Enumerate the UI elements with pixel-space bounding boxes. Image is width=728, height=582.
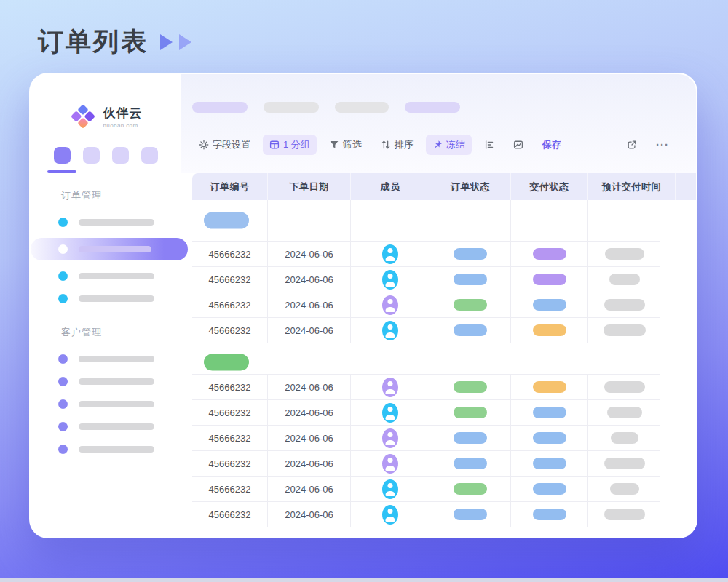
eta-placeholder-pill: [611, 432, 638, 444]
member-avatar: [382, 454, 398, 474]
logo-text: 伙伴云 huoban.com: [103, 105, 143, 129]
eta-cell: [588, 267, 660, 292]
table-row[interactable]: 456662322024-06-06: [192, 400, 660, 426]
sidebar-item[interactable]: [58, 265, 181, 287]
share-button[interactable]: [620, 136, 644, 154]
delivery-status-pill: [533, 432, 566, 444]
order-date-cell: 2024-06-06: [268, 375, 351, 399]
order-status-cell: [430, 292, 511, 317]
table-row[interactable]: 456662322024-06-06: [192, 502, 660, 527]
table-row[interactable]: 456662322024-06-06: [192, 318, 660, 343]
table-row[interactable]: 456662322024-06-06: [192, 426, 660, 451]
toolbar-button-label: 字段设置: [213, 138, 250, 151]
sidebar-tab-2[interactable]: [83, 147, 100, 164]
header-chip[interactable]: [264, 102, 319, 113]
table-row[interactable]: 456662322024-06-06: [192, 267, 660, 292]
member-cell: [351, 502, 430, 527]
column-header-2[interactable]: 下单日期: [268, 173, 351, 200]
sidebar-item[interactable]: [58, 348, 181, 370]
group-button[interactable]: 1 分组: [263, 135, 317, 155]
order-status-pill: [454, 381, 487, 393]
brand-domain: huoban.com: [103, 122, 143, 129]
freeze-button[interactable]: 冻结: [426, 135, 472, 155]
column-header-5[interactable]: 交付状态: [511, 173, 588, 200]
table-row[interactable]: 456662322024-06-06: [192, 375, 660, 400]
sidebar-item[interactable]: [58, 287, 181, 310]
sidebar-tab-3[interactable]: [112, 147, 129, 164]
header-chip[interactable]: [192, 102, 248, 113]
column-header-4[interactable]: 订单状态: [430, 173, 511, 200]
delivery-status-pill: [533, 324, 566, 336]
filter-button[interactable]: 筛选: [323, 135, 368, 155]
chart-button[interactable]: [507, 136, 530, 154]
table-row[interactable]: 456662322024-06-06: [192, 477, 660, 502]
delivery-status-cell: [511, 502, 588, 527]
delivery-status-cell: [511, 318, 588, 343]
delivery-status-cell: [511, 477, 588, 501]
order-date-cell: 2024-06-06: [268, 502, 351, 527]
order-no-cell: 45666232: [192, 502, 268, 527]
column-header-3[interactable]: 成员: [351, 173, 430, 200]
member-cell: [351, 477, 430, 501]
order-status-pill: [454, 483, 487, 495]
grid-icon: [269, 140, 280, 150]
sidebar-item[interactable]: [58, 370, 181, 393]
eta-cell: [588, 242, 660, 266]
eta-placeholder-pill: [604, 381, 645, 393]
table-row[interactable]: 456662322024-06-06: [192, 451, 660, 477]
order-no-cell: 45666232: [192, 267, 268, 292]
sidebar-item[interactable]: [58, 438, 181, 461]
group-grid-cell: [268, 200, 351, 241]
member-avatar: [382, 403, 398, 423]
order-date-cell: 2024-06-06: [268, 292, 351, 317]
order-no-cell: 45666232: [192, 375, 268, 399]
delivery-status-cell: [511, 426, 588, 450]
sidebar-item[interactable]: [58, 211, 181, 234]
field-settings-button[interactable]: 字段设置: [192, 135, 257, 155]
member-cell: [351, 375, 430, 399]
sidebar-item-label-placeholder: [79, 401, 154, 407]
save-button[interactable]: 保存: [536, 135, 568, 155]
sort-button[interactable]: 排序: [374, 135, 420, 155]
sidebar-section-1: 订单管理: [31, 189, 181, 310]
sidebar-item-dot: [58, 422, 68, 431]
table-group-1: 456662322024-06-06456662322024-06-064566…: [192, 200, 660, 343]
chart-icon: [513, 140, 523, 150]
group-header-row: [192, 351, 660, 375]
order-no-cell: 45666232: [192, 451, 268, 476]
order-status-pill: [454, 299, 487, 311]
gear-icon: [199, 140, 209, 150]
table-row[interactable]: 456662322024-06-06: [192, 292, 660, 318]
header-chip[interactable]: [405, 102, 460, 113]
sidebar-item[interactable]: [58, 415, 181, 438]
member-avatar: [382, 479, 398, 499]
sidebar-item[interactable]: [58, 238, 181, 260]
header-chip[interactable]: [335, 102, 389, 113]
eta-placeholder-pill: [604, 509, 645, 520]
member-cell: [351, 242, 430, 266]
group-label-pill[interactable]: [204, 212, 249, 229]
table: 订单编号下单日期成员订单状态交付状态预计交付时间 456662322024-06…: [192, 173, 696, 537]
group-label-pill[interactable]: [204, 354, 249, 371]
structure-button[interactable]: [478, 136, 501, 154]
sidebar-item[interactable]: [58, 393, 181, 415]
main-content: 字段设置1 分组筛选排序冻结保存··· 订单编号下单日期成员订单状态交付状态预计…: [181, 74, 696, 537]
sidebar-item-dot: [58, 399, 68, 409]
member-avatar: [382, 295, 398, 315]
sidebar-item-label-placeholder: [79, 356, 154, 362]
toolbar-button-label: 排序: [395, 138, 414, 151]
sidebar-tab-4[interactable]: [141, 147, 158, 164]
delivery-status-cell: [511, 267, 588, 292]
member-cell: [351, 267, 430, 292]
app-window: 伙伴云 huoban.com 订单管理客户管理 字段设置1 分组筛选排序冻结保存…: [29, 73, 697, 538]
group-grid-cell: [430, 200, 511, 241]
eta-placeholder-pill: [604, 299, 645, 311]
logo: 伙伴云 huoban.com: [31, 103, 181, 129]
sidebar-tab-1[interactable]: [54, 147, 71, 164]
more-button[interactable]: ···: [649, 137, 676, 152]
column-header-6[interactable]: 预计交付时间: [588, 173, 676, 200]
order-date-cell: 2024-06-06: [268, 267, 351, 292]
table-row[interactable]: 456662322024-06-06: [192, 242, 660, 267]
sidebar-item-label-placeholder: [79, 446, 154, 453]
column-header-1[interactable]: 订单编号: [192, 173, 268, 200]
